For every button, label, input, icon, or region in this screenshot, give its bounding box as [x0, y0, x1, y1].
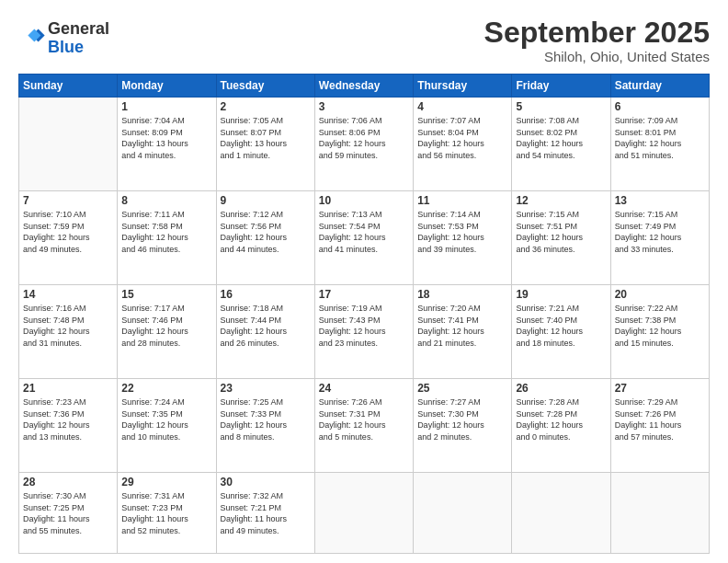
- day-number: 4: [417, 100, 507, 113]
- table-row: [314, 472, 413, 553]
- day-info: Sunrise: 7:31 AM Sunset: 7:23 PM Dayligh…: [121, 490, 211, 536]
- month-title: September 2025: [484, 17, 710, 49]
- day-number: 5: [516, 100, 606, 113]
- day-info: Sunrise: 7:09 AM Sunset: 8:01 PM Dayligh…: [615, 115, 705, 161]
- header-monday: Monday: [118, 75, 216, 98]
- table-row: 18Sunrise: 7:20 AM Sunset: 7:41 PM Dayli…: [414, 285, 512, 379]
- day-info: Sunrise: 7:10 AM Sunset: 7:59 PM Dayligh…: [23, 209, 113, 255]
- day-number: 16: [221, 288, 311, 301]
- table-row: 9Sunrise: 7:12 AM Sunset: 7:56 PM Daylig…: [216, 191, 314, 285]
- day-number: 21: [23, 382, 113, 395]
- table-row: 19Sunrise: 7:21 AM Sunset: 7:40 PM Dayli…: [512, 285, 610, 379]
- table-row: 26Sunrise: 7:28 AM Sunset: 7:28 PM Dayli…: [512, 379, 610, 473]
- day-info: Sunrise: 7:07 AM Sunset: 8:04 PM Dayligh…: [417, 115, 507, 161]
- day-number: 10: [319, 194, 409, 207]
- day-number: 14: [23, 288, 113, 301]
- table-row: 8Sunrise: 7:11 AM Sunset: 7:58 PM Daylig…: [118, 191, 216, 285]
- day-number: 20: [615, 288, 705, 301]
- day-number: 30: [221, 476, 311, 488]
- location-title: Shiloh, Ohio, United States: [484, 49, 710, 64]
- header-saturday: Saturday: [610, 75, 709, 98]
- table-row: 5Sunrise: 7:08 AM Sunset: 8:02 PM Daylig…: [512, 98, 610, 191]
- day-number: 29: [121, 476, 211, 488]
- day-info: Sunrise: 7:32 AM Sunset: 7:21 PM Dayligh…: [221, 490, 311, 536]
- table-row: 22Sunrise: 7:24 AM Sunset: 7:35 PM Dayli…: [118, 379, 216, 473]
- day-number: 2: [221, 100, 311, 113]
- table-row: 17Sunrise: 7:19 AM Sunset: 7:43 PM Dayli…: [314, 285, 413, 379]
- header-wednesday: Wednesday: [314, 75, 413, 98]
- day-info: Sunrise: 7:27 AM Sunset: 7:30 PM Dayligh…: [417, 396, 507, 442]
- general-blue-icon: [20, 24, 46, 50]
- title-block: September 2025 Shiloh, Ohio, United Stat…: [484, 17, 710, 64]
- table-row: 2Sunrise: 7:05 AM Sunset: 8:07 PM Daylig…: [216, 98, 314, 191]
- table-row: 21Sunrise: 7:23 AM Sunset: 7:36 PM Dayli…: [19, 379, 118, 473]
- day-info: Sunrise: 7:29 AM Sunset: 7:26 PM Dayligh…: [615, 396, 705, 442]
- weekday-header-row: Sunday Monday Tuesday Wednesday Thursday…: [19, 75, 710, 98]
- day-info: Sunrise: 7:25 AM Sunset: 7:33 PM Dayligh…: [221, 396, 311, 442]
- day-info: Sunrise: 7:04 AM Sunset: 8:09 PM Dayligh…: [121, 115, 211, 161]
- table-row: 14Sunrise: 7:16 AM Sunset: 7:48 PM Dayli…: [19, 285, 118, 379]
- day-info: Sunrise: 7:15 AM Sunset: 7:51 PM Dayligh…: [516, 209, 606, 255]
- day-info: Sunrise: 7:14 AM Sunset: 7:53 PM Dayligh…: [417, 209, 507, 255]
- table-row: 1Sunrise: 7:04 AM Sunset: 8:09 PM Daylig…: [118, 98, 216, 191]
- table-row: 7Sunrise: 7:10 AM Sunset: 7:59 PM Daylig…: [19, 191, 118, 285]
- day-number: 27: [615, 382, 705, 395]
- table-row: 25Sunrise: 7:27 AM Sunset: 7:30 PM Dayli…: [414, 379, 512, 473]
- table-row: 28Sunrise: 7:30 AM Sunset: 7:25 PM Dayli…: [19, 472, 118, 553]
- day-number: 13: [615, 194, 705, 207]
- table-row: 24Sunrise: 7:26 AM Sunset: 7:31 PM Dayli…: [314, 379, 413, 473]
- table-row: 4Sunrise: 7:07 AM Sunset: 8:04 PM Daylig…: [414, 98, 512, 191]
- day-number: 7: [23, 194, 113, 207]
- day-info: Sunrise: 7:26 AM Sunset: 7:31 PM Dayligh…: [319, 396, 409, 442]
- day-number: 3: [319, 100, 409, 113]
- day-number: 8: [121, 194, 211, 207]
- table-row: 3Sunrise: 7:06 AM Sunset: 8:06 PM Daylig…: [314, 98, 413, 191]
- day-info: Sunrise: 7:13 AM Sunset: 7:54 PM Dayligh…: [319, 209, 409, 255]
- table-row: 20Sunrise: 7:22 AM Sunset: 7:38 PM Dayli…: [610, 285, 709, 379]
- table-row: 16Sunrise: 7:18 AM Sunset: 7:44 PM Dayli…: [216, 285, 314, 379]
- table-row: 13Sunrise: 7:15 AM Sunset: 7:49 PM Dayli…: [610, 191, 709, 285]
- day-info: Sunrise: 7:21 AM Sunset: 7:40 PM Dayligh…: [516, 303, 606, 349]
- day-info: Sunrise: 7:23 AM Sunset: 7:36 PM Dayligh…: [23, 396, 113, 442]
- table-row: 11Sunrise: 7:14 AM Sunset: 7:53 PM Dayli…: [414, 191, 512, 285]
- day-info: Sunrise: 7:11 AM Sunset: 7:58 PM Dayligh…: [121, 209, 211, 255]
- day-info: Sunrise: 7:17 AM Sunset: 7:46 PM Dayligh…: [121, 303, 211, 349]
- day-number: 1: [121, 100, 211, 113]
- day-number: 19: [516, 288, 606, 301]
- day-number: 18: [417, 288, 507, 301]
- table-row: [19, 98, 118, 191]
- table-row: 15Sunrise: 7:17 AM Sunset: 7:46 PM Dayli…: [118, 285, 216, 379]
- logo: General Blue: [18, 20, 109, 57]
- day-number: 12: [516, 194, 606, 207]
- header-tuesday: Tuesday: [216, 75, 314, 98]
- day-info: Sunrise: 7:30 AM Sunset: 7:25 PM Dayligh…: [23, 490, 113, 536]
- day-number: 6: [615, 100, 705, 113]
- table-row: [610, 472, 709, 553]
- day-number: 23: [221, 382, 311, 395]
- day-info: Sunrise: 7:19 AM Sunset: 7:43 PM Dayligh…: [319, 303, 409, 349]
- day-info: Sunrise: 7:22 AM Sunset: 7:38 PM Dayligh…: [615, 303, 705, 349]
- day-number: 17: [319, 288, 409, 301]
- header-sunday: Sunday: [19, 75, 118, 98]
- calendar-table: Sunday Monday Tuesday Wednesday Thursday…: [18, 74, 710, 554]
- day-info: Sunrise: 7:15 AM Sunset: 7:49 PM Dayligh…: [615, 209, 705, 255]
- header: General Blue September 2025 Shiloh, Ohio…: [18, 17, 710, 64]
- header-friday: Friday: [512, 75, 610, 98]
- day-number: 25: [417, 382, 507, 395]
- page: General Blue September 2025 Shiloh, Ohio…: [0, 0, 728, 563]
- day-info: Sunrise: 7:08 AM Sunset: 8:02 PM Dayligh…: [516, 115, 606, 161]
- day-info: Sunrise: 7:24 AM Sunset: 7:35 PM Dayligh…: [121, 396, 211, 442]
- table-row: 30Sunrise: 7:32 AM Sunset: 7:21 PM Dayli…: [216, 472, 314, 553]
- table-row: 10Sunrise: 7:13 AM Sunset: 7:54 PM Dayli…: [314, 191, 413, 285]
- table-row: [512, 472, 610, 553]
- day-number: 24: [319, 382, 409, 395]
- table-row: 12Sunrise: 7:15 AM Sunset: 7:51 PM Dayli…: [512, 191, 610, 285]
- logo-text: General Blue: [48, 20, 109, 57]
- table-row: [414, 472, 512, 553]
- day-number: 11: [417, 194, 507, 207]
- day-number: 15: [121, 288, 211, 301]
- day-info: Sunrise: 7:16 AM Sunset: 7:48 PM Dayligh…: [23, 303, 113, 349]
- header-thursday: Thursday: [414, 75, 512, 98]
- day-info: Sunrise: 7:20 AM Sunset: 7:41 PM Dayligh…: [417, 303, 507, 349]
- day-number: 26: [516, 382, 606, 395]
